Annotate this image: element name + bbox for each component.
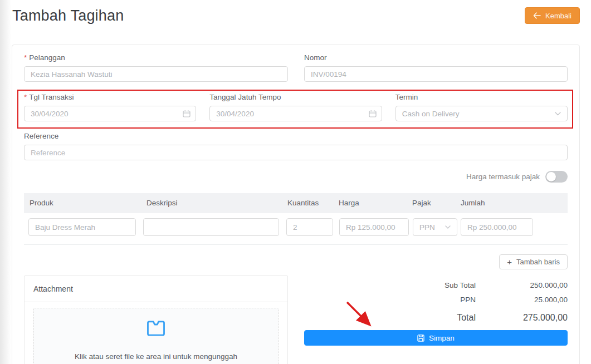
add-row-label: Tambah baris [516, 258, 560, 266]
inbox-icon [146, 320, 165, 337]
ppn-row: PPN 25.000,00 [304, 296, 568, 304]
attachment-title: Attachment [25, 276, 287, 302]
tax-toggle-label: Harga termasuk pajak [466, 173, 540, 181]
jumlah-input[interactable] [461, 218, 533, 236]
tax-toggle-switch[interactable] [545, 171, 568, 183]
upload-hint: Klik atau seret file ke area ini untuk m… [34, 352, 278, 361]
jatuh-tempo-input[interactable] [209, 106, 382, 121]
invoice-form-card: *Pelanggan Nomor *Tgl Transaksi [12, 45, 580, 364]
produk-input[interactable] [28, 218, 136, 236]
calendar-icon[interactable] [369, 110, 377, 117]
col-produk: Produk [30, 193, 53, 213]
termin-label: Termin [395, 93, 568, 101]
pelanggan-input[interactable] [24, 66, 288, 82]
subtotal-label: Sub Total [445, 281, 476, 289]
col-jumlah: Jumlah [461, 193, 485, 213]
item-row: PPN [24, 218, 568, 236]
nomor-label: Nomor [304, 53, 568, 62]
table-divider [24, 244, 568, 245]
back-button[interactable]: Kembali [525, 7, 580, 24]
jatuh-tempo-label: Tanggal Jatuh Tempo [209, 93, 382, 101]
ppn-label: PPN [460, 296, 476, 304]
add-row-button[interactable]: + Tambah baris [499, 254, 568, 269]
col-harga: Harga [339, 193, 359, 213]
total-row: Total 275.000,00 [304, 313, 568, 323]
chevron-down-icon [445, 225, 451, 229]
col-kuantitas: Kuantitas [287, 193, 319, 213]
tgl-transaksi-label: *Tgl Transaksi [24, 93, 196, 101]
toggle-knob [546, 172, 556, 181]
nomor-input[interactable] [304, 66, 568, 82]
left-edge-gradient [0, 0, 11, 364]
page-title: Tambah Tagihan [12, 7, 124, 24]
row-dates-termin: *Tgl Transaksi Tanggal Jatuh Tempo Termi… [24, 93, 568, 121]
save-button[interactable]: Simpan [304, 330, 568, 346]
reference-input[interactable] [24, 145, 568, 160]
pelanggan-label: *Pelanggan [24, 53, 288, 62]
harga-input[interactable] [339, 218, 409, 236]
kuantitas-input[interactable] [286, 218, 333, 236]
tgl-transaksi-input[interactable] [24, 106, 196, 121]
termin-value: Cash on Delivery [402, 110, 460, 118]
save-icon [417, 335, 424, 342]
row-customer-number: *Pelanggan Nomor [24, 53, 568, 82]
total-label: Total [457, 313, 476, 323]
required-asterisk: * [24, 93, 27, 101]
ppn-value: 25.000,00 [476, 296, 568, 304]
termin-select[interactable]: Cash on Delivery [395, 106, 568, 121]
items-table-header: Produk Deskripsi Kuantitas Harga Pajak J… [24, 193, 568, 213]
arrow-left-icon [533, 12, 541, 19]
row-reference: Reference [24, 132, 568, 160]
pajak-select[interactable]: PPN [413, 218, 457, 236]
deskripsi-input[interactable] [143, 218, 279, 236]
col-deskripsi: Deskripsi [146, 193, 178, 213]
plus-icon: + [507, 257, 512, 267]
subtotal-value: 250.000,00 [476, 281, 568, 289]
chevron-down-icon [555, 112, 561, 116]
summary-panel: Sub Total 250.000,00 PPN 25.000,00 Total… [304, 276, 568, 364]
calendar-icon[interactable] [183, 110, 191, 117]
attachment-card: Attachment Klik atau seret file ke area … [24, 276, 288, 364]
tambah-tagihan-page: Tambah Tagihan Kembali *Pelanggan Nomor [0, 0, 591, 364]
subtotal-row: Sub Total 250.000,00 [304, 281, 568, 289]
col-pajak: Pajak [412, 193, 431, 213]
reference-label: Reference [24, 132, 568, 140]
required-asterisk: * [24, 53, 27, 62]
row-tax-toggle: Harga termasuk pajak [24, 171, 568, 183]
upload-dropzone[interactable]: Klik atau seret file ke area ini untuk m… [33, 308, 279, 364]
total-value: 275.000,00 [476, 313, 568, 323]
back-button-label: Kembali [545, 12, 572, 20]
pajak-value: PPN [419, 223, 435, 232]
save-button-label: Simpan [429, 334, 455, 342]
